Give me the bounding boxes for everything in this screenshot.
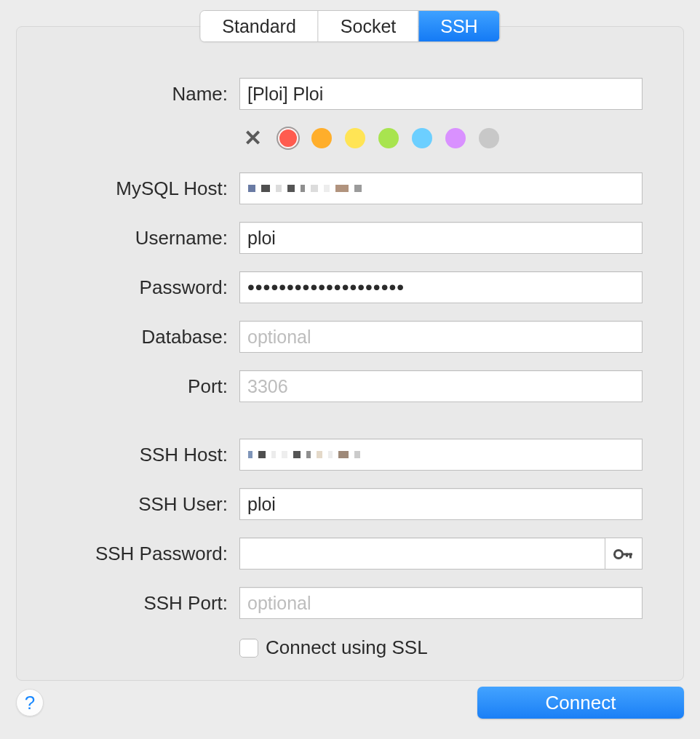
- connection-type-tabs: Standard Socket SSH: [199, 10, 500, 42]
- color-swatch-yellow[interactable]: [345, 128, 365, 148]
- tab-standard[interactable]: Standard: [200, 11, 317, 41]
- ssh-host-label: SSH Host:: [57, 444, 239, 466]
- connect-button-label: Connect: [546, 692, 616, 714]
- port-label: Port:: [57, 375, 239, 398]
- color-swatch-blue[interactable]: [412, 128, 432, 148]
- color-swatch-purple[interactable]: [445, 128, 466, 148]
- help-icon: ?: [25, 692, 35, 714]
- tab-standard-label: Standard: [222, 16, 295, 37]
- ssl-checkbox[interactable]: [239, 639, 258, 658]
- password-label: Password:: [57, 276, 239, 299]
- connection-settings-panel: Name: ✕ MySQL Host:: [16, 26, 684, 681]
- ssh-port-input[interactable]: [239, 587, 643, 619]
- password-input[interactable]: [239, 271, 643, 303]
- ssl-checkbox-label: Connect using SSL: [266, 636, 428, 659]
- redacted-content: [239, 451, 360, 458]
- color-swatch-red[interactable]: [278, 128, 298, 148]
- database-input[interactable]: [239, 321, 643, 353]
- tab-ssh-label: SSH: [440, 16, 477, 37]
- name-input[interactable]: [239, 78, 643, 110]
- mysql-host-label: MySQL Host:: [57, 177, 239, 200]
- svg-rect-3: [626, 553, 628, 556]
- database-label: Database:: [57, 326, 239, 348]
- color-swatch-orange[interactable]: [311, 128, 332, 148]
- ssh-password-input[interactable]: [239, 538, 605, 570]
- name-label: Name:: [57, 83, 239, 105]
- ssh-password-label: SSH Password:: [57, 543, 239, 565]
- port-input[interactable]: [239, 370, 643, 402]
- ssh-user-input[interactable]: [239, 488, 643, 520]
- tab-socket-label: Socket: [341, 16, 396, 37]
- color-swatch-green[interactable]: [378, 128, 399, 148]
- key-icon: [613, 543, 634, 565]
- color-picker: ✕: [239, 127, 499, 149]
- svg-point-0: [615, 550, 623, 558]
- tab-socket[interactable]: Socket: [318, 11, 418, 41]
- ssh-key-button[interactable]: [605, 538, 643, 570]
- color-swatch-gray[interactable]: [479, 128, 499, 148]
- ssh-user-label: SSH User:: [57, 493, 239, 516]
- svg-rect-2: [629, 553, 632, 558]
- help-button[interactable]: ?: [16, 689, 44, 716]
- redacted-content: [239, 185, 362, 192]
- connect-button[interactable]: Connect: [477, 687, 684, 719]
- ssh-port-label: SSH Port:: [57, 592, 239, 615]
- username-input[interactable]: [239, 222, 643, 254]
- clear-color-icon[interactable]: ✕: [241, 127, 265, 149]
- username-label: Username:: [57, 227, 239, 249]
- tab-ssh[interactable]: SSH: [418, 11, 499, 41]
